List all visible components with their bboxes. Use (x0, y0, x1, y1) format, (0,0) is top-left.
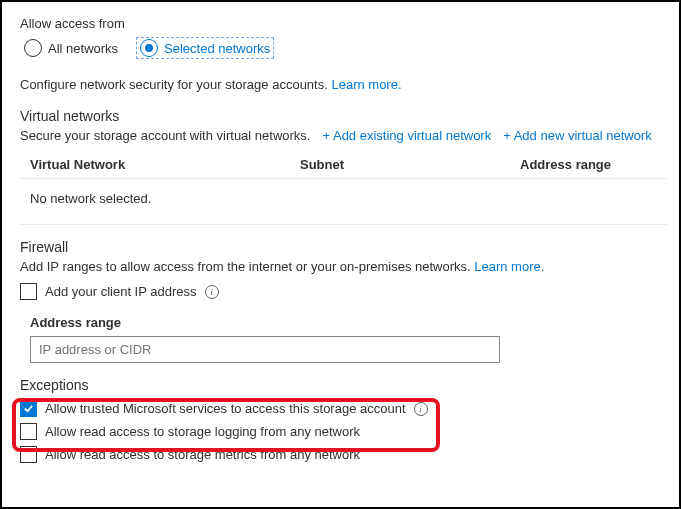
address-range-label: Address range (30, 315, 667, 330)
virtual-networks-heading: Virtual networks (20, 108, 667, 124)
firewall-heading: Firewall (20, 239, 667, 255)
firewall-desc-text: Add IP ranges to allow access from the i… (20, 259, 474, 274)
radio-label-selected: Selected networks (164, 41, 270, 56)
col-subnet: Subnet (300, 157, 520, 172)
exception-trusted-row[interactable]: Allow trusted Microsoft services to acce… (20, 397, 667, 420)
virtual-networks-row: Secure your storage account with virtual… (20, 128, 667, 143)
radio-label-all: All networks (48, 41, 118, 56)
configure-learn-more-link[interactable]: Learn more. (331, 77, 401, 92)
firewall-desc: Add IP ranges to allow access from the i… (20, 259, 667, 274)
checkbox-icon (20, 446, 37, 463)
add-client-ip-label: Add your client IP address (45, 284, 197, 299)
vnet-table: Virtual Network Subnet Address range No … (20, 151, 667, 225)
ip-address-input[interactable] (30, 336, 500, 363)
allow-access-title: Allow access from (20, 16, 667, 31)
access-radio-group: All networks Selected networks (20, 37, 667, 59)
info-icon[interactable]: i (205, 285, 219, 299)
col-virtual-network: Virtual Network (30, 157, 300, 172)
col-address-range: Address range (520, 157, 657, 172)
checkbox-icon (20, 400, 37, 417)
exception-trusted-label: Allow trusted Microsoft services to acce… (45, 401, 406, 416)
exception-logging-label: Allow read access to storage logging fro… (45, 424, 360, 439)
exceptions-section: Exceptions Allow trusted Microsoft servi… (20, 377, 667, 466)
exception-logging-row[interactable]: Allow read access to storage logging fro… (20, 420, 667, 443)
radio-all-networks[interactable]: All networks (20, 37, 122, 59)
exception-metrics-label: Allow read access to storage metrics fro… (45, 447, 360, 462)
info-icon[interactable]: i (414, 402, 428, 416)
add-new-vnet-link[interactable]: + Add new virtual network (503, 128, 652, 143)
radio-selected-networks[interactable]: Selected networks (136, 37, 274, 59)
radio-icon (140, 39, 158, 57)
exception-metrics-row[interactable]: Allow read access to storage metrics fro… (20, 443, 667, 466)
checkbox-icon (20, 283, 37, 300)
configure-description: Configure network security for your stor… (20, 77, 667, 92)
exceptions-heading: Exceptions (20, 377, 667, 393)
vnet-empty-row: No network selected. (20, 179, 667, 225)
configure-text: Configure network security for your stor… (20, 77, 331, 92)
firewall-section: Firewall Add IP ranges to allow access f… (20, 239, 667, 363)
vnet-table-header: Virtual Network Subnet Address range (20, 151, 667, 179)
checkbox-icon (20, 423, 37, 440)
firewall-learn-more-link[interactable]: Learn more. (474, 259, 544, 274)
add-existing-vnet-link[interactable]: + Add existing virtual network (322, 128, 491, 143)
add-client-ip-row[interactable]: Add your client IP address i (20, 280, 667, 303)
radio-icon (24, 39, 42, 57)
virtual-networks-desc: Secure your storage account with virtual… (20, 128, 310, 143)
